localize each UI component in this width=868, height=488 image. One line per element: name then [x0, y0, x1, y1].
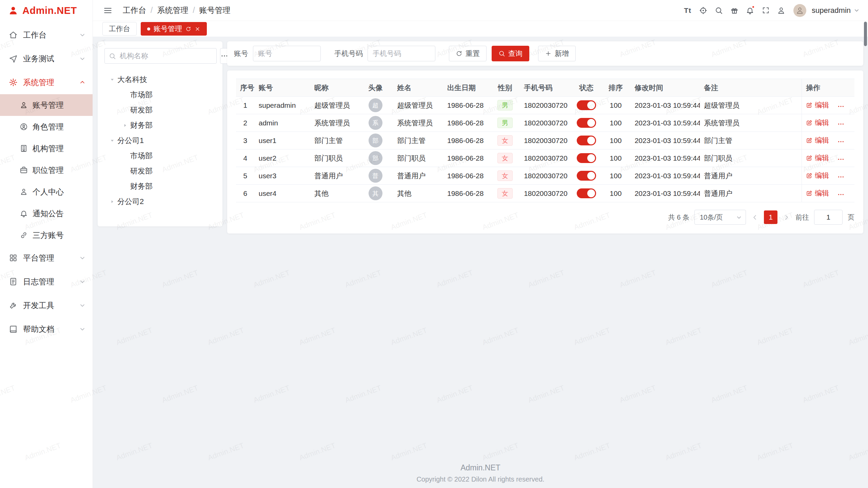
caret-right-icon[interactable]: [120, 122, 130, 128]
sidebar-item-log-manage[interactable]: 日志管理: [0, 270, 93, 293]
status-toggle[interactable]: [577, 153, 596, 163]
status-toggle[interactable]: [577, 118, 596, 128]
edit-button[interactable]: 编辑: [806, 118, 829, 127]
platform-icon: [9, 253, 18, 262]
caret-right-icon[interactable]: [107, 199, 117, 205]
breadcrumb-separator: /: [151, 6, 153, 15]
user-icon[interactable]: [774, 4, 788, 17]
tree-node[interactable]: 研发部: [104, 163, 216, 179]
breadcrumb-item[interactable]: 账号管理: [199, 5, 231, 16]
sidebar-item-position-manage[interactable]: 职位管理: [0, 159, 93, 181]
chevron-down-icon: [79, 55, 86, 62]
tree-node[interactable]: 分公司1: [104, 133, 216, 148]
cell-index: 5: [236, 167, 255, 185]
bell-icon[interactable]: [743, 4, 757, 17]
caret-down-icon[interactable]: [107, 138, 117, 144]
chevron-right-icon: [783, 214, 790, 221]
add-button[interactable]: 新增: [538, 46, 576, 61]
sidebar-item-business-test[interactable]: 业务测试: [0, 47, 93, 70]
edit-button[interactable]: 编辑: [806, 153, 829, 163]
sidebar-item-system-manage[interactable]: 系统管理: [0, 70, 93, 94]
sidebar-item-help-docs[interactable]: 帮助文档: [0, 317, 93, 341]
chevron-down-icon[interactable]: [853, 7, 860, 14]
more-actions-icon[interactable]: [837, 120, 845, 128]
tree-node[interactable]: 市场部: [104, 87, 216, 102]
dots-icon: [837, 191, 845, 198]
sidebar-item-account-manage[interactable]: 账号管理: [0, 94, 93, 116]
goto-page-input[interactable]: [814, 210, 843, 225]
reset-button[interactable]: 重置: [449, 46, 487, 61]
sidebar-item-role-manage[interactable]: 角色管理: [0, 116, 93, 138]
tree-node-label: 市场部: [130, 90, 153, 100]
cell-nickname: 系统管理员: [310, 114, 358, 132]
edit-button[interactable]: 编辑: [806, 188, 829, 198]
phone-input[interactable]: [368, 46, 435, 61]
menu-collapse-icon[interactable]: [101, 4, 115, 17]
account-input[interactable]: [253, 46, 321, 61]
breadcrumb: 工作台/系统管理/账号管理: [123, 5, 231, 16]
tree-node[interactable]: 财务部: [104, 118, 216, 133]
chevron-up-icon: [79, 79, 86, 86]
edit-button[interactable]: 编辑: [806, 100, 829, 110]
accounts-table: 序号账号昵称头像姓名出生日期性别手机号码状态排序修改时间备注操作1superad…: [236, 79, 854, 202]
gear-icon: [9, 78, 18, 87]
more-actions-icon[interactable]: [837, 103, 845, 110]
status-toggle[interactable]: [577, 171, 596, 181]
tree-node[interactable]: 市场部: [104, 148, 216, 163]
breadcrumb-item[interactable]: 工作台: [123, 5, 146, 16]
cell-index: 3: [236, 132, 255, 149]
more-actions-icon[interactable]: [837, 156, 845, 163]
page-size-select[interactable]: 10条/页: [694, 210, 746, 225]
total-count: 共 6 条: [668, 213, 689, 222]
scrollbar-thumb[interactable]: [864, 22, 867, 46]
text-size-icon[interactable]: Tt: [681, 4, 694, 17]
refresh-icon: [456, 50, 462, 57]
fullscreen-icon[interactable]: [759, 4, 772, 17]
prev-page-icon[interactable]: [751, 214, 759, 221]
status-toggle[interactable]: [577, 136, 596, 145]
page-number-button[interactable]: 1: [764, 210, 777, 224]
org-search-input[interactable]: [119, 52, 212, 60]
sidebar-item-org-manage[interactable]: 机构管理: [0, 138, 93, 159]
column-header: 账号: [255, 79, 310, 97]
query-form: 账号 手机号码 重置 查询 新增: [227, 41, 863, 66]
search-icon: [109, 53, 116, 60]
more-actions-icon[interactable]: [837, 173, 845, 181]
more-actions-icon[interactable]: [837, 138, 845, 145]
sidebar-item-personal-center[interactable]: 个人中心: [0, 181, 93, 203]
edit-label: 编辑: [815, 153, 829, 163]
edit-button[interactable]: 编辑: [806, 136, 829, 145]
tree-node[interactable]: 研发部: [104, 102, 216, 118]
tab-bar: 工作台账号管理: [93, 21, 868, 37]
search-icon[interactable]: [712, 4, 726, 17]
tree-node[interactable]: 分公司2: [104, 194, 216, 209]
caret-down-icon[interactable]: [107, 77, 117, 83]
username[interactable]: superadmin: [812, 6, 851, 15]
sidebar-item-dev-tools[interactable]: 开发工具: [0, 293, 93, 317]
locate-icon[interactable]: [696, 4, 710, 17]
table-row: 1superadmin超级管理员超超级管理员1986-06-28男1802003…: [236, 97, 854, 114]
sidebar-item-notice[interactable]: 通知公告: [0, 203, 93, 224]
sidebar: Admin.NET 工作台业务测试系统管理账号管理角色管理机构管理职位管理个人中…: [0, 0, 93, 488]
tab-workbench[interactable]: 工作台: [102, 22, 137, 36]
tree-node[interactable]: 大名科技: [104, 72, 216, 87]
app-logo[interactable]: Admin.NET: [0, 0, 93, 21]
sidebar-item-workbench[interactable]: 工作台: [0, 23, 93, 47]
theme-icon[interactable]: [728, 4, 741, 17]
sidebar-item-platform-manage[interactable]: 平台管理: [0, 246, 93, 270]
sidebar-item-label: 机构管理: [33, 143, 64, 154]
cell-remark: 普通用户: [700, 185, 802, 202]
tree-node[interactable]: 财务部: [104, 179, 216, 194]
edit-button[interactable]: 编辑: [806, 171, 829, 180]
more-actions-icon[interactable]: [837, 191, 845, 198]
next-page-icon[interactable]: [783, 214, 790, 221]
breadcrumb-item[interactable]: 系统管理: [157, 5, 188, 16]
caret-right-icon: [122, 122, 128, 128]
cell-name: 部门主管: [393, 132, 443, 149]
tab-account-manage[interactable]: 账号管理: [141, 22, 207, 36]
sidebar-item-third-account[interactable]: 三方账号: [0, 224, 93, 246]
search-button[interactable]: 查询: [492, 46, 529, 61]
status-toggle[interactable]: [577, 188, 596, 198]
user-avatar[interactable]: [793, 4, 806, 17]
status-toggle[interactable]: [577, 100, 596, 110]
